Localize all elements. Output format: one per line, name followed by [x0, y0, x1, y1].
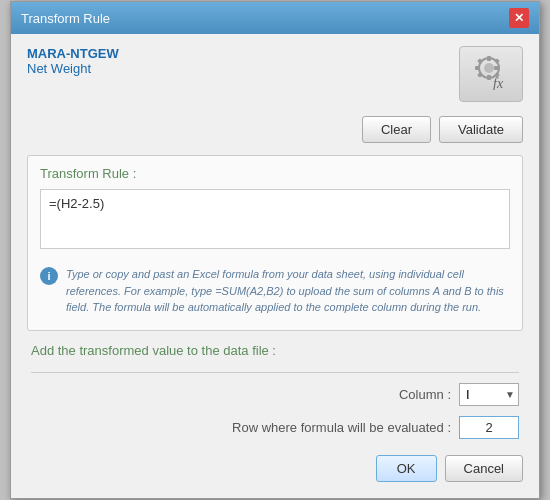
transform-rule-dialog: Transform Rule ✕ MARA-NTGEW Net Weight: [10, 1, 540, 499]
validate-button[interactable]: Validate: [439, 116, 523, 143]
info-icon: i: [40, 267, 58, 285]
column-label: Column :: [399, 387, 451, 402]
svg-text:fx: fx: [493, 76, 504, 90]
row-formula-input[interactable]: [459, 416, 519, 439]
transform-rule-section: Transform Rule : =(H2-2.5) i Type or cop…: [27, 155, 523, 331]
formula-input[interactable]: =(H2-2.5): [40, 189, 510, 249]
clear-button[interactable]: Clear: [362, 116, 431, 143]
fx-icon-button[interactable]: fx: [459, 46, 523, 102]
info-text: Type or copy and past an Excel formula f…: [66, 266, 510, 316]
dialog-body: MARA-NTGEW Net Weight: [11, 34, 539, 498]
column-select[interactable]: I ABC DEF GHJ: [459, 383, 519, 406]
add-section-label: Add the transformed value to the data fi…: [31, 343, 519, 358]
svg-rect-3: [487, 75, 491, 80]
column-select-wrapper: I ABC DEF GHJ ▼: [459, 383, 519, 406]
dialog-title: Transform Rule: [21, 11, 110, 26]
bottom-buttons: OK Cancel: [27, 455, 523, 482]
svg-rect-8: [477, 72, 483, 78]
svg-rect-6: [477, 58, 483, 64]
separator: [31, 372, 519, 373]
header-row: MARA-NTGEW Net Weight: [27, 46, 523, 102]
row-formula-label: Row where formula will be evaluated :: [232, 420, 451, 435]
cancel-button[interactable]: Cancel: [445, 455, 523, 482]
svg-rect-2: [487, 56, 491, 61]
column-row: Column : I ABC DEF GHJ ▼: [31, 383, 519, 406]
svg-rect-5: [494, 66, 499, 70]
svg-rect-4: [475, 66, 480, 70]
add-section: Add the transformed value to the data fi…: [27, 343, 523, 439]
title-bar: Transform Rule ✕: [11, 2, 539, 34]
close-button[interactable]: ✕: [509, 8, 529, 28]
svg-point-1: [484, 63, 494, 73]
transform-rule-label: Transform Rule :: [40, 166, 510, 181]
button-row: Clear Validate: [27, 116, 523, 143]
ok-button[interactable]: OK: [376, 455, 437, 482]
field-info: MARA-NTGEW Net Weight: [27, 46, 119, 76]
field-label: Net Weight: [27, 61, 119, 76]
fx-icon: fx: [471, 54, 511, 95]
row-formula-row: Row where formula will be evaluated :: [31, 416, 519, 439]
info-box: i Type or copy and past an Excel formula…: [40, 262, 510, 320]
field-name: MARA-NTGEW: [27, 46, 119, 61]
